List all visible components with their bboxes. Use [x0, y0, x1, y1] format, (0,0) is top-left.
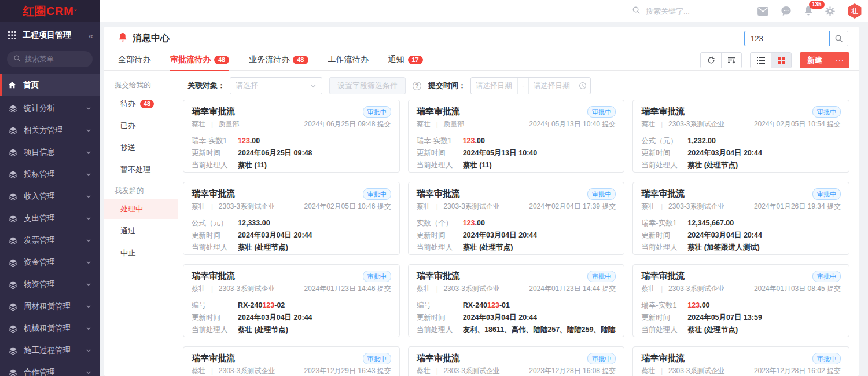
search-icon [632, 6, 641, 17]
help-icon[interactable]: ? [413, 82, 421, 90]
field-label: 当前处理人 [641, 324, 681, 336]
message-tab[interactable]: 审批流待办 48 [170, 50, 229, 71]
sidebar-menu-item[interactable]: 施工过程管理 [0, 340, 100, 362]
subnav-item[interactable]: 已办 [104, 116, 178, 136]
message-tab[interactable]: 业务流待办 48 [249, 50, 308, 71]
card-submitter: 蔡壮 [417, 119, 431, 129]
apps-grid-icon[interactable] [8, 31, 17, 39]
page-title: 消息中心 [133, 32, 170, 45]
sidebar-menu-item[interactable]: 物资管理 [0, 273, 100, 295]
gear-icon[interactable] [825, 6, 835, 16]
message-tab[interactable]: 全部待办 [118, 50, 150, 71]
field-value: 123.00 [238, 135, 260, 147]
sidebar-collapse-button[interactable]: « [89, 31, 92, 41]
subnav-item[interactable]: 通过 [104, 221, 178, 241]
list-view-button[interactable] [751, 53, 771, 68]
approval-card[interactable]: 瑞幸审批流 审批中 蔡壮 ｜ 2303-3系测试企业 2023年12月28日 1… [408, 346, 625, 376]
sidebar-menu-item[interactable]: 投标管理 [0, 163, 100, 185]
clock-icon [575, 82, 590, 90]
card-field-row: 当前处理人 蔡壮 (处理节点) [417, 242, 616, 254]
grid-view-button[interactable] [771, 53, 791, 68]
field-filter-button[interactable]: 设置字段筛选条件 [329, 77, 406, 94]
notification-bell-icon[interactable]: 135 [804, 6, 813, 16]
field-label: 瑞幸-实数1 [641, 300, 681, 312]
card-org: 2303-3系测试企业 [668, 202, 724, 211]
field-value: 12,333.00 [238, 217, 270, 229]
card-org: 2303-3系测试企业 [443, 202, 499, 211]
sidebar-menu-search[interactable] [7, 51, 93, 67]
field-label: 更新时间 [417, 147, 456, 159]
sidebar-menu-item[interactable]: 收入管理 [0, 185, 100, 207]
approval-card[interactable]: 瑞幸审批流 审批中 蔡壮 ｜ 2303-3系测试企业 2024年02月04日 1… [408, 182, 625, 255]
sidebar-search-input[interactable] [25, 55, 86, 63]
sidebar-menu-item-label: 资金管理 [24, 257, 55, 268]
user-avatar[interactable]: 壮 [847, 3, 862, 19]
card-status-badge: 审批中 [812, 353, 841, 364]
card-submitter: 蔡壮 [417, 366, 431, 376]
card-title: 瑞幸审批流 [417, 270, 588, 282]
date-end-input[interactable] [529, 82, 575, 90]
card-title: 瑞幸审批流 [192, 352, 363, 364]
card-field-row: 公式（元） 1,232.00 [641, 135, 841, 147]
subnav-item[interactable]: 处理中 [104, 199, 178, 219]
card-separator: ｜ [659, 284, 665, 293]
tab-label: 全部待办 [118, 54, 150, 65]
sort-button[interactable] [721, 53, 741, 68]
sidebar-menu-item[interactable]: 支出管理 [0, 207, 100, 229]
notification-count-badge: 135 [809, 1, 825, 9]
approval-card[interactable]: 瑞幸审批流 审批中 蔡壮 ｜ 2303-3系测试企业 2024年01月23日 1… [408, 264, 625, 337]
approval-card[interactable]: 瑞幸审批流 审批中 蔡壮 ｜ 2303-3系测试企业 2024年01月23日 1… [183, 264, 400, 337]
layers-icon [8, 126, 17, 135]
sidebar-menu-item[interactable]: 相关方管理 [0, 119, 100, 141]
card-submitter: 蔡壮 [641, 119, 655, 129]
sidebar-menu-item[interactable]: 周材租赁管理 [0, 295, 100, 317]
chevron-down-icon [86, 238, 91, 243]
tab-count-badge: 48 [214, 56, 229, 64]
app-sidebar: 红圈CRM° 工程项目管理 « 首页 统计分析 相关方管理 [0, 0, 100, 376]
message-tab[interactable]: 通知 17 [388, 50, 423, 71]
global-search-input[interactable] [646, 7, 733, 16]
sidebar-menu-item[interactable]: 统计分析 [0, 97, 100, 119]
related-object-select[interactable]: 请选择 [230, 77, 322, 94]
approval-card[interactable]: 瑞幸审批流 审批中 蔡壮 ｜ 质量部 2024年05月13日 10:40 提交 … [408, 100, 625, 173]
card-submitter: 蔡壮 [417, 284, 431, 294]
approval-card[interactable]: 瑞幸审批流 审批中 蔡壮 ｜ 质量部 2024年06月25日 09:48 提交 … [183, 100, 400, 173]
create-split-button[interactable]: 新建 ··· [800, 52, 849, 68]
sidebar-item-home[interactable]: 首页 [0, 74, 100, 96]
global-search[interactable] [632, 0, 733, 22]
approval-card[interactable]: 瑞幸审批流 审批中 蔡壮 ｜ 2303-3系测试企业 2023年12月28日 1… [632, 346, 849, 376]
subnav-item[interactable]: 中止 [104, 243, 178, 263]
subnav-item[interactable]: 待办 48 [104, 94, 178, 114]
approval-card[interactable]: 瑞幸审批流 审批中 蔡壮 ｜ 2303-3系测试企业 2024年01月26日 1… [632, 182, 849, 255]
card-org: 2303-3系测试企业 [668, 284, 724, 294]
approval-card[interactable]: 瑞幸审批流 审批中 蔡壮 ｜ 2303-3系测试企业 2024年02月05日 1… [183, 182, 400, 255]
sidebar-menu-item[interactable]: 资金管理 [0, 251, 100, 273]
chat-icon[interactable] [781, 6, 792, 16]
sidebar-menu-item[interactable]: 合作管理 [0, 362, 100, 376]
sidebar-menu-item[interactable]: 项目信息 [0, 141, 100, 163]
create-button[interactable]: 新建 [800, 55, 830, 65]
field-value: 2024年05月07日 13:59 [687, 312, 762, 324]
approval-card[interactable]: 瑞幸审批流 审批中 蔡壮 ｜ 2303-3系测试企业 2024年01月03日 0… [632, 264, 849, 337]
date-start-input[interactable] [471, 82, 517, 90]
layers-icon [8, 214, 17, 223]
card-org: 2303-3系测试企业 [443, 366, 499, 376]
approval-card[interactable]: 瑞幸审批流 审批中 蔡壮 ｜ 2303-3系测试企业 2023年12月29日 1… [183, 346, 400, 376]
subnav-item[interactable]: 暂不处理 [104, 160, 178, 180]
message-tab[interactable]: 工作流待办 [328, 50, 369, 71]
field-label: 更新时间 [192, 229, 231, 242]
subnav-item[interactable]: 抄送 [104, 138, 178, 158]
mail-icon[interactable] [757, 7, 768, 16]
approval-card[interactable]: 瑞幸审批流 审批中 蔡壮 ｜ 2303-3系测试企业 2024年02月05日 1… [632, 100, 849, 173]
sidebar-menu-item[interactable]: 发票管理 [0, 229, 100, 251]
card-fields: 瑞幸-实数1 12,345,667.00 更新时间 2024年03月04日 20… [641, 217, 841, 254]
message-search-button[interactable] [830, 31, 848, 46]
card-submit-time: 2024年01月23日 14:44 提交 [529, 284, 616, 294]
create-more-button[interactable]: ··· [830, 56, 849, 64]
sidebar-menu-item[interactable]: 机械租赁管理 [0, 317, 100, 340]
refresh-button[interactable] [701, 53, 721, 68]
card-submit-time: 2024年01月03日 08:45 提交 [754, 284, 841, 294]
card-status-badge: 审批中 [363, 188, 391, 200]
tab-label: 审批流待办 [170, 54, 211, 65]
message-search-input[interactable] [744, 31, 830, 46]
